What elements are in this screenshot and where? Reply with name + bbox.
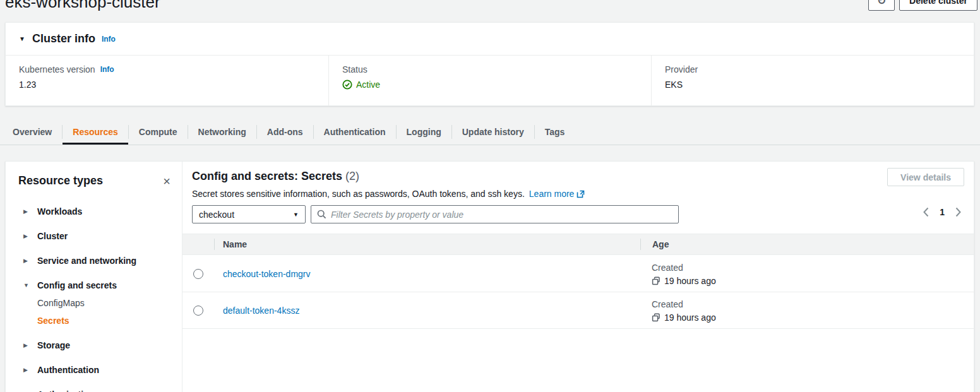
row-radio-button[interactable]	[193, 269, 203, 279]
expand-arrow-icon: ▶	[23, 389, 30, 392]
tab-networking[interactable]: Networking	[188, 119, 256, 145]
chevron-down-icon: ▼	[293, 211, 299, 218]
pagination: 1	[923, 207, 961, 217]
learn-more-link[interactable]: Learn more	[529, 189, 585, 199]
filter-category-dropdown[interactable]: checkout ▼	[192, 205, 306, 223]
table-row: default-token-4kssz Created 19 hours ago	[182, 292, 974, 329]
status-field: Status Active	[328, 56, 651, 106]
secrets-count: (2)	[345, 170, 359, 182]
resources-panel: Resource types × ▶ Workloads ▶ Cluster ▶…	[5, 161, 974, 392]
age-value: 19 hours ago	[664, 312, 716, 323]
next-page-icon[interactable]	[955, 207, 961, 217]
close-icon[interactable]: ×	[163, 177, 170, 186]
sidebar-item-authentication[interactable]: ▶ Authentication	[23, 365, 170, 376]
sidebar-item-service-and-networking[interactable]: ▶ Service and networking	[23, 256, 170, 266]
expand-arrow-icon: ▶	[23, 340, 30, 351]
sidebar-item-storage[interactable]: ▶ Storage	[23, 340, 170, 351]
secrets-table-header: Name Age	[182, 234, 974, 255]
kubernetes-version-field: Kubernetes version Info 1.23	[6, 56, 328, 106]
expand-arrow-icon: ▶	[23, 206, 30, 217]
status-active-icon	[342, 80, 352, 90]
secrets-pane: Config and secrets: Secrets(2) View deta…	[182, 162, 974, 392]
tab-overview[interactable]: Overview	[3, 119, 62, 145]
search-icon	[317, 210, 326, 219]
refresh-button[interactable]: ↻	[868, 0, 895, 11]
cluster-info-info-link[interactable]: Info	[102, 35, 116, 44]
view-details-button[interactable]: View details	[887, 168, 964, 186]
secrets-description: Secret stores sensitive information, suc…	[192, 189, 525, 199]
secrets-heading: Config and secrets: Secrets(2)	[192, 170, 359, 183]
age-created-label: Created	[652, 263, 974, 273]
tab-tags[interactable]: Tags	[535, 119, 575, 145]
table-row: checkout-token-dmgrv Created 19 hours ag…	[182, 256, 974, 292]
provider-field: Provider EKS	[651, 56, 974, 106]
secret-name-link[interactable]: checkout-token-dmgrv	[223, 269, 311, 279]
kubernetes-version-value: 1.23	[19, 80, 328, 90]
cluster-info-card: ▼ Cluster info Info Kubernetes version I…	[5, 22, 974, 106]
row-radio-button[interactable]	[193, 306, 203, 316]
external-link-icon	[577, 190, 585, 198]
copy-icon[interactable]	[652, 313, 660, 322]
cluster-tabs: Overview Resources Compute Networking Ad…	[0, 119, 980, 145]
delete-cluster-button[interactable]: Delete cluster	[899, 0, 977, 11]
tab-update-history[interactable]: Update history	[452, 119, 534, 145]
filter-category-value: checkout	[199, 210, 234, 220]
sidebar-item-config-and-secrets[interactable]: ▼ Config and secrets	[23, 280, 170, 291]
resource-types-title: Resource types	[18, 174, 103, 187]
copy-icon[interactable]	[652, 276, 660, 285]
secret-name-link[interactable]: default-token-4kssz	[223, 306, 299, 316]
sidebar-item-authorization[interactable]: ▶ Authorization	[23, 389, 170, 392]
page-title: eks-workshop-cluster	[5, 0, 160, 12]
secrets-search-box[interactable]	[311, 205, 679, 223]
previous-page-icon[interactable]	[923, 207, 929, 217]
column-header-age: Age	[641, 239, 974, 249]
tab-authentication[interactable]: Authentication	[314, 119, 396, 145]
age-created-label: Created	[652, 299, 974, 309]
kubernetes-version-label: Kubernetes version	[19, 64, 95, 74]
status-label: Status	[342, 64, 368, 74]
cluster-info-header[interactable]: ▼ Cluster info Info	[6, 23, 974, 56]
provider-label: Provider	[665, 64, 698, 74]
sidebar-item-workloads[interactable]: ▶ Workloads	[23, 206, 170, 217]
provider-value: EKS	[665, 80, 974, 90]
expand-arrow-icon: ▶	[23, 256, 30, 266]
sidebar-item-secrets[interactable]: Secrets	[37, 316, 170, 326]
status-value: Active	[356, 80, 380, 90]
collapse-arrow-icon: ▼	[23, 280, 30, 291]
refresh-icon: ↻	[877, 0, 886, 8]
expand-arrow-icon: ▶	[23, 231, 30, 242]
cluster-info-title: Cluster info	[32, 32, 95, 45]
search-input[interactable]	[331, 210, 672, 220]
resource-types-sidebar: Resource types × ▶ Workloads ▶ Cluster ▶…	[6, 162, 182, 392]
sidebar-item-configmaps[interactable]: ConfigMaps	[37, 298, 170, 309]
tab-logging[interactable]: Logging	[397, 119, 451, 145]
tab-resources[interactable]: Resources	[63, 119, 128, 145]
kubernetes-version-info-link[interactable]: Info	[100, 65, 114, 74]
column-header-name: Name	[215, 239, 640, 249]
age-value: 19 hours ago	[664, 276, 716, 286]
tab-add-ons[interactable]: Add-ons	[257, 119, 313, 145]
sidebar-item-cluster[interactable]: ▶ Cluster	[23, 231, 170, 242]
expand-arrow-icon: ▶	[23, 365, 30, 376]
tab-compute[interactable]: Compute	[129, 119, 188, 145]
collapse-icon: ▼	[19, 35, 25, 42]
page-number[interactable]: 1	[940, 207, 945, 217]
